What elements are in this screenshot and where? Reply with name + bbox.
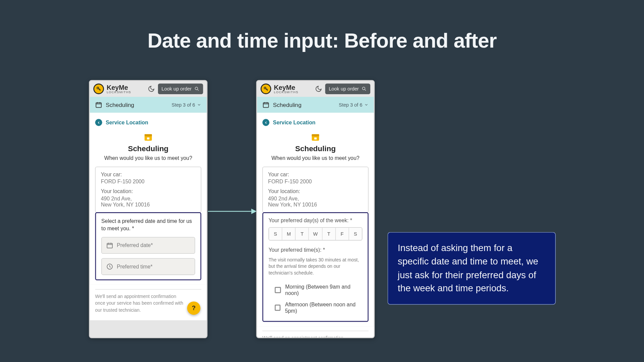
callout-text: Instead of asking them for a specific da… <box>398 243 538 293</box>
lookup-order-button[interactable]: Look up order <box>325 83 370 94</box>
step-bar-label: Scheduling <box>106 102 134 108</box>
step-count[interactable]: Step 3 of 6 <box>339 102 369 108</box>
day-toggle[interactable]: F <box>336 228 349 240</box>
footer-note: We'll send an appointment confirmation o… <box>95 293 202 314</box>
preferred-date-placeholder: Preferred date* <box>117 242 153 248</box>
svg-point-0 <box>97 87 99 89</box>
location-line1: 490 2nd Ave, <box>101 195 196 201</box>
times-label: Your preferred time(s): * <box>269 247 363 253</box>
summary-card: Your car: FORD F-150 2000 Your location:… <box>262 167 369 213</box>
step-bar: Scheduling Step 3 of 6 <box>90 97 207 113</box>
summary-card: Your car: FORD F-150 2000 Your location:… <box>95 167 202 213</box>
footer: We'll send an appointment confirmation o… <box>90 285 207 320</box>
brand-name: KeyMe <box>107 84 131 91</box>
times-hint: The visit normally takes 30 minutes at m… <box>269 256 363 277</box>
footer-note: We'll send an appointment confirmation o… <box>262 335 369 338</box>
days-label: Your preferred day(s) of the week: * <box>269 218 363 224</box>
clock-icon <box>106 263 113 270</box>
brand-logo-icon <box>261 83 271 94</box>
app-header: KeyMe LOCKSMITHS Look up order <box>90 81 207 97</box>
back-arrow-icon <box>95 119 102 126</box>
preferred-date-field[interactable]: Preferred date* <box>101 237 195 253</box>
time-option-afternoon[interactable]: Afternoon (Between noon and 5pm) <box>269 299 363 316</box>
preferred-time-field[interactable]: Preferred time* <box>101 258 195 275</box>
search-icon <box>194 86 200 92</box>
day-toggle[interactable]: T <box>322 228 336 240</box>
picker-prompt: Select a preferred date and time for us … <box>101 218 195 232</box>
phone-after: KeyMe LOCKSMITHS Look up order Schedulin… <box>256 80 375 338</box>
brand-text: KeyMe LOCKSMITHS <box>107 84 131 94</box>
day-toggle[interactable]: W <box>309 228 322 240</box>
slide-title: Date and time input: Before and after <box>0 29 644 53</box>
svg-point-9 <box>362 87 365 90</box>
phone-before: KeyMe LOCKSMITHS Look up order Schedulin… <box>89 80 207 338</box>
dark-mode-icon[interactable] <box>315 85 323 93</box>
calendar-large-icon <box>311 132 320 142</box>
lookup-order-button[interactable]: Look up order <box>158 83 203 94</box>
app-header: KeyMe LOCKSMITHS Look up order <box>257 81 374 97</box>
before-after-arrow-icon <box>208 207 257 216</box>
days-of-week-row: S M T W T F S <box>269 227 363 241</box>
day-toggle[interactable]: M <box>282 228 296 240</box>
calendar-icon <box>95 101 102 108</box>
checkbox-icon <box>275 287 281 293</box>
step-count[interactable]: Step 3 of 6 <box>171 102 201 108</box>
svg-point-8 <box>264 87 266 89</box>
brand-logo-icon <box>93 83 104 94</box>
footer: We'll send an appointment confirmation o… <box>257 326 374 338</box>
calendar-icon <box>262 101 269 108</box>
day-toggle[interactable]: S <box>349 228 362 240</box>
preference-picker-card: Your preferred day(s) of the week: * S M… <box>262 212 369 322</box>
svg-rect-12 <box>312 134 319 136</box>
calendar-large-icon <box>143 132 153 142</box>
help-fab[interactable]: ? <box>187 301 201 315</box>
svg-rect-4 <box>145 134 152 136</box>
svg-rect-2 <box>96 103 101 107</box>
search-icon <box>362 86 367 92</box>
svg-rect-10 <box>263 103 269 107</box>
day-toggle[interactable]: S <box>269 228 282 240</box>
brand-text: KeyMe LOCKSMITHS <box>274 84 298 94</box>
step-bar: Scheduling Step 3 of 6 <box>257 97 374 113</box>
explainer-callout: Instead of asking them for a specific da… <box>387 232 555 304</box>
lookup-order-label: Look up order <box>162 86 192 92</box>
location-label: Your location: <box>101 188 196 194</box>
time-option-morning[interactable]: Morning (Between 9am and noon) <box>269 281 363 299</box>
back-link[interactable]: Service Location <box>262 119 369 126</box>
location-line2: New York, NY 10016 <box>101 201 196 207</box>
chevron-down-icon <box>364 103 369 107</box>
car-value: FORD F-150 2000 <box>101 179 196 185</box>
chevron-down-icon <box>197 103 201 107</box>
calendar-icon <box>106 242 113 249</box>
car-label: Your car: <box>101 172 196 178</box>
back-link-label: Service Location <box>106 119 148 125</box>
preferred-time-placeholder: Preferred time* <box>117 263 152 269</box>
day-toggle[interactable]: T <box>296 228 309 240</box>
back-link[interactable]: Service Location <box>95 119 202 126</box>
brand-sub: LOCKSMITHS <box>107 90 131 94</box>
svg-rect-13 <box>314 137 317 139</box>
svg-marker-15 <box>251 209 257 214</box>
section-subtitle: When would you like us to meet you? <box>95 155 202 161</box>
back-arrow-icon <box>262 119 269 126</box>
section-title: Scheduling <box>95 144 202 153</box>
dark-mode-icon[interactable] <box>147 85 155 93</box>
svg-rect-5 <box>147 137 149 139</box>
svg-rect-6 <box>107 243 112 248</box>
checkbox-icon <box>275 304 280 310</box>
datetime-picker-card: Select a preferred date and time for us … <box>95 212 202 280</box>
svg-point-1 <box>195 87 198 90</box>
